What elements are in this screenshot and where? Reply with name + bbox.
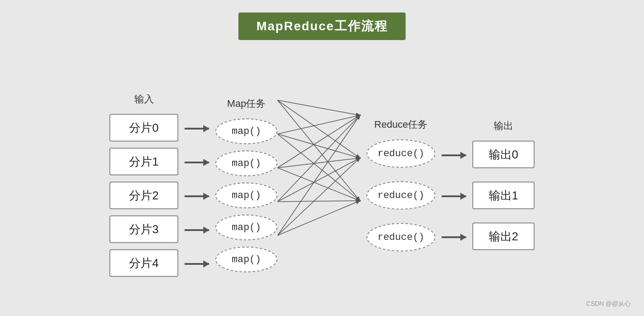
diagram-container: MapReduce工作流程 输入 分片0 分片1 分片2 分片3 分片4 Map… <box>0 0 644 316</box>
list-item: 分片0 <box>109 114 178 142</box>
list-item: map() <box>215 118 278 144</box>
col-input: 输入 分片0 分片1 分片2 分片3 分片4 <box>109 93 178 277</box>
list-item: 输出2 <box>472 223 535 250</box>
arrow-row <box>182 149 212 176</box>
svg-line-1 <box>278 100 360 158</box>
svg-line-10 <box>278 158 360 202</box>
arrow-icon <box>442 236 466 238</box>
list-item: 输出0 <box>472 141 535 168</box>
svg-line-3 <box>278 115 360 134</box>
arrow-icon <box>185 162 209 163</box>
input-label: 输入 <box>134 93 154 106</box>
list-item: reduce() <box>366 223 435 251</box>
list-item: reduce() <box>366 139 435 168</box>
arrow-row <box>439 142 469 169</box>
list-item: 分片4 <box>109 249 178 277</box>
reduce-label: Reduce任务 <box>374 118 428 131</box>
arrow-icon <box>442 154 466 156</box>
arrows-reduce-output <box>439 118 469 251</box>
list-item: reduce() <box>366 181 435 210</box>
list-item: 输出1 <box>472 182 535 209</box>
svg-line-12 <box>278 115 360 235</box>
list-item: map() <box>215 215 278 240</box>
arrow-icon <box>185 229 209 231</box>
col-map: Map任务 map() map() map() map() map() <box>215 97 278 272</box>
list-item: map() <box>215 247 278 272</box>
svg-line-6 <box>278 115 360 168</box>
svg-line-13 <box>278 158 360 235</box>
arrow-row <box>182 216 212 244</box>
arrows-input-map <box>182 92 212 278</box>
arrow-row <box>182 115 212 142</box>
svg-line-4 <box>278 134 360 158</box>
svg-line-9 <box>278 115 360 202</box>
svg-line-7 <box>278 158 360 168</box>
title-text: MapReduce工作流程 <box>256 19 387 33</box>
arrow-row <box>439 182 469 210</box>
list-item: map() <box>215 182 278 208</box>
svg-line-2 <box>278 100 360 201</box>
arrow-icon <box>185 195 209 197</box>
arrow-row <box>439 223 469 251</box>
output-label: 输出 <box>494 119 513 133</box>
svg-line-8 <box>278 168 360 201</box>
watermark: CSDN @@从心 <box>586 300 631 308</box>
output-items: 输出0 输出1 输出2 <box>472 141 535 250</box>
title-box: MapReduce工作流程 <box>238 12 405 40</box>
flow-area: 输入 分片0 分片1 分片2 分片3 分片4 Map任务 map() map()… <box>0 53 644 316</box>
arrow-row <box>182 250 212 278</box>
svg-line-0 <box>278 100 360 115</box>
col-reduce: Reduce任务 reduce() reduce() reduce() <box>366 118 435 251</box>
arrow-icon <box>442 195 466 197</box>
arrow-icon <box>185 128 209 130</box>
list-item: map() <box>215 150 278 176</box>
crossing-arrows-svg <box>278 87 366 305</box>
list-item: 分片1 <box>109 148 178 175</box>
svg-line-14 <box>278 201 360 235</box>
input-items: 分片0 分片1 分片2 分片3 分片4 <box>109 114 178 277</box>
arrow-row <box>182 182 212 210</box>
reduce-items: reduce() reduce() reduce() <box>366 139 435 251</box>
svg-line-5 <box>278 134 360 201</box>
svg-line-11 <box>278 201 360 202</box>
map-label: Map任务 <box>227 97 266 110</box>
list-item: 分片2 <box>109 182 178 209</box>
col-output: 输出 输出0 输出1 输出2 <box>472 119 535 250</box>
list-item: 分片3 <box>109 215 178 243</box>
map-items: map() map() map() map() map() <box>215 118 278 272</box>
arrow-icon <box>185 263 209 265</box>
